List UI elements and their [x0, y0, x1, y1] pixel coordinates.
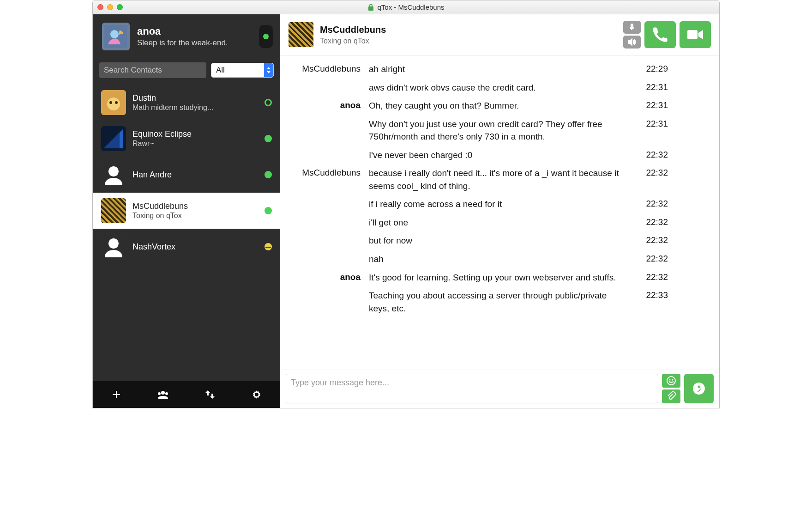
message-time: 22:32 — [636, 253, 668, 264]
search-input[interactable] — [99, 62, 206, 78]
message-text: It's good for learning. Setting up your … — [369, 271, 627, 284]
titlebar: qTox - MsCuddlebuns — [93, 0, 719, 14]
contact-avatar — [101, 126, 126, 151]
message-sender: MsCuddlebuns — [291, 63, 361, 74]
chat-header: MsCuddlebuns Toxing on qTox — [280, 14, 719, 55]
message-time: 22:32 — [636, 149, 668, 160]
contact-name: NashVortex — [132, 242, 258, 252]
message-sender — [291, 198, 361, 199]
message-time: 22:32 — [636, 271, 668, 282]
mute-mic-button[interactable] — [623, 21, 641, 34]
svg-point-12 — [158, 392, 161, 395]
window-title: qTox - MsCuddlebuns — [377, 3, 444, 11]
contacts-list: DustinMath midterm studying...Equinox Ec… — [93, 85, 280, 381]
chat-contact-status: Toxing on qTox — [320, 37, 386, 45]
minimize-window-button[interactable] — [107, 4, 113, 10]
message-text: if i really come across a need for it — [369, 198, 627, 211]
svg-point-3 — [107, 97, 120, 110]
message-text: because i really don't need it... it's m… — [369, 167, 627, 192]
audio-call-button[interactable] — [644, 21, 676, 48]
message-text: nah — [369, 253, 627, 266]
presence-indicator-icon — [265, 207, 272, 214]
message-time: 22:29 — [636, 63, 668, 74]
svg-point-4 — [109, 101, 112, 104]
message-sender — [291, 149, 361, 150]
contact-item[interactable]: Equinox EclipseRawr~ — [93, 121, 280, 157]
message-text: Teaching you about accessing a server th… — [369, 289, 627, 315]
message-sender — [291, 253, 361, 254]
messages-list[interactable]: MsCuddlebunsah alright22:29aws didn't wo… — [280, 55, 719, 370]
file-transfers-button[interactable] — [200, 384, 220, 405]
message-row: anoaIt's good for learning. Setting up y… — [291, 268, 708, 287]
close-window-button[interactable] — [97, 4, 103, 10]
message-row: but for now22:32 — [291, 231, 708, 250]
svg-point-8 — [108, 166, 119, 176]
message-sender — [291, 234, 361, 235]
contact-status: Math midterm studying... — [132, 103, 258, 112]
attach-file-button[interactable] — [662, 389, 680, 403]
message-sender — [291, 289, 361, 290]
contact-item[interactable]: MsCuddlebunsToxing on qTox — [93, 193, 280, 229]
message-row: if i really come across a need for it22:… — [291, 195, 708, 213]
message-row: I've never been charged :022:32 — [291, 146, 708, 164]
settings-button[interactable] — [247, 384, 267, 405]
add-contact-button[interactable] — [106, 384, 126, 405]
contact-avatar — [101, 90, 126, 115]
presence-indicator-icon — [265, 243, 272, 250]
zoom-window-button[interactable] — [117, 4, 123, 10]
message-row: MsCuddlebunsbecause i really don't need … — [291, 164, 708, 195]
contact-item[interactable]: DustinMath midterm studying... — [93, 85, 280, 121]
self-presence-toggle[interactable] — [259, 25, 273, 48]
svg-point-18 — [698, 386, 700, 388]
message-row: nah22:32 — [291, 250, 708, 268]
svg-point-17 — [672, 379, 674, 381]
message-time: 22:32 — [636, 234, 668, 245]
contact-filter-value: All — [216, 66, 225, 75]
message-row: Why don't you just use your own credit c… — [291, 115, 708, 146]
emoji-button[interactable] — [662, 374, 680, 388]
window-controls — [97, 4, 123, 10]
send-button[interactable] — [684, 374, 714, 403]
contact-item[interactable]: Han Andre — [93, 157, 280, 193]
lock-icon — [367, 3, 374, 11]
chevron-updown-icon — [264, 63, 273, 77]
presence-indicator-icon — [265, 99, 272, 106]
message-text: i'll get one — [369, 216, 627, 229]
sidebar-toolbar — [93, 381, 280, 408]
contact-status: Rawr~ — [132, 140, 258, 148]
message-row: MsCuddlebunsah alright22:29 — [291, 60, 708, 79]
self-name: anoa — [137, 25, 252, 37]
message-sender: anoa — [291, 271, 361, 282]
sidebar: anoa Sleep is for the weak-end. All Dust… — [93, 14, 280, 408]
contact-name: Han Andre — [132, 170, 258, 180]
contact-name: Equinox Eclipse — [132, 129, 258, 139]
message-time: 22:31 — [636, 81, 668, 92]
self-avatar[interactable] — [102, 23, 130, 50]
video-call-button[interactable] — [680, 21, 711, 48]
svg-rect-14 — [687, 30, 698, 39]
svg-point-5 — [115, 101, 118, 104]
chat-contact-name: MsCuddlebuns — [320, 24, 386, 35]
contact-item[interactable]: NashVortex — [93, 229, 280, 265]
group-chat-button[interactable] — [153, 384, 173, 405]
contact-filter-select[interactable]: All — [211, 63, 274, 78]
contact-avatar — [101, 198, 126, 223]
message-sender — [291, 118, 361, 119]
svg-point-16 — [669, 379, 671, 381]
mute-speaker-button[interactable] — [623, 36, 641, 49]
svg-point-1 — [110, 30, 119, 38]
message-time: 22:33 — [636, 289, 668, 300]
svg-point-11 — [161, 391, 165, 395]
message-sender — [291, 216, 361, 217]
chat-contact-avatar[interactable] — [289, 22, 313, 47]
svg-point-13 — [165, 392, 168, 395]
message-time: 22:32 — [636, 198, 668, 209]
message-row: aws didn't work obvs cause the credit ca… — [291, 79, 708, 97]
message-input[interactable] — [286, 374, 658, 403]
message-text: Why don't you just use your own credit c… — [369, 118, 627, 143]
message-text: I've never been charged :0 — [369, 149, 627, 162]
message-text: Oh, they caught you on that? Bummer. — [369, 99, 627, 112]
self-profile[interactable]: anoa Sleep is for the weak-end. — [93, 14, 280, 60]
message-sender: MsCuddlebuns — [291, 167, 361, 178]
composer — [280, 370, 719, 408]
